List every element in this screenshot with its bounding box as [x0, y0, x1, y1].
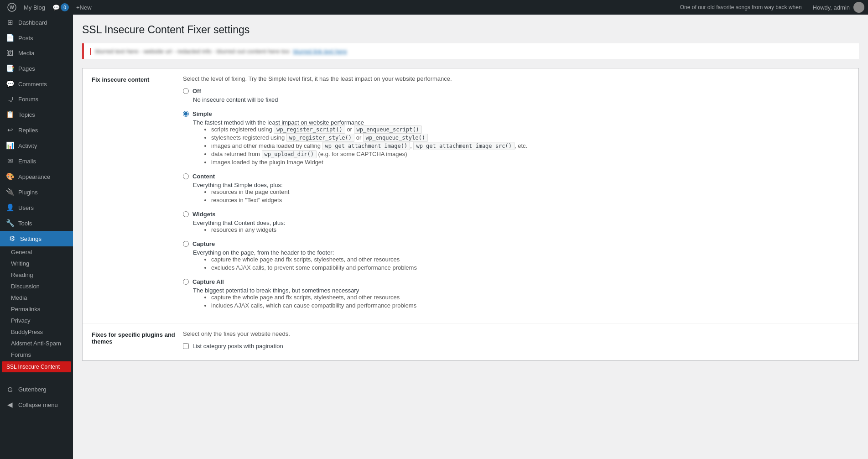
comments-count: 0	[61, 3, 69, 11]
sidebar-label-settings: Settings	[20, 235, 42, 242]
option-capture-all: Capture All The biggest potential to bre…	[183, 278, 849, 309]
sidebar-label-posts: Posts	[18, 35, 33, 42]
sidebar-item-gutenberg[interactable]: G Gutenberg	[0, 382, 73, 397]
sidebar-item-settings[interactable]: ⚙ Settings	[0, 231, 73, 246]
comments-item[interactable]: 💬 0	[49, 0, 73, 15]
site-name-item[interactable]: My Blog	[20, 0, 49, 15]
page-title: SSL Insecure Content Fixer settings	[82, 24, 859, 36]
radio-capture-all[interactable]	[183, 279, 189, 285]
avatar[interactable]	[853, 2, 864, 13]
option-simple: Simple The fastest method with the least…	[183, 110, 849, 166]
option-widgets-label[interactable]: Widgets	[183, 211, 849, 218]
sub-permalinks[interactable]: Permalinks	[0, 303, 73, 315]
dashboard-icon: ⊞	[5, 18, 15, 26]
forums-icon: 🗨	[5, 95, 15, 103]
list-item: images and other media loaded by calling…	[211, 142, 849, 149]
list-item: resources in the page content	[211, 188, 849, 195]
list-item: stylesheets registered using wp_register…	[211, 134, 849, 141]
sidebar-item-users[interactable]: 👤 Users	[0, 200, 73, 215]
sidebar-item-comments[interactable]: 💬 Comments	[0, 76, 73, 92]
admin-bar-notice: One of our old favorite songs from way b…	[680, 4, 802, 10]
new-item[interactable]: + New	[73, 0, 95, 15]
sidebar-item-topics[interactable]: 📋 Topics	[0, 107, 73, 122]
posts-icon: 📄	[5, 34, 15, 42]
sub-writing[interactable]: Writing	[0, 258, 73, 269]
option-widgets-list: resources in any widgets	[203, 226, 849, 233]
sub-media[interactable]: Media	[0, 292, 73, 303]
sidebar-label-appearance: Appearance	[18, 173, 50, 180]
sidebar-label-tools: Tools	[18, 220, 32, 227]
sidebar-item-dashboard[interactable]: ⊞ Dashboard	[0, 15, 73, 30]
activity-icon: 📊	[5, 141, 15, 150]
option-simple-desc: The fastest method with the least impact…	[193, 119, 849, 166]
sub-ssl[interactable]: SSL Insecure Content	[2, 361, 71, 372]
sub-reading[interactable]: Reading	[0, 269, 73, 281]
layout: ⊞ Dashboard 📄 Posts 🖼 Media 📑 Pages 💬 Co…	[0, 15, 868, 459]
fixes-body: Select only the fixes your website needs…	[183, 330, 849, 353]
option-content: Content Everything that Simple does, plu…	[183, 173, 849, 203]
radio-content[interactable]	[183, 173, 189, 179]
sidebar-item-posts[interactable]: 📄 Posts	[0, 30, 73, 46]
sidebar-collapse[interactable]: ◀ Collapse menu	[0, 397, 73, 412]
option-capture-label[interactable]: Capture	[183, 240, 849, 247]
sidebar-item-replies[interactable]: ↩ Replies	[0, 122, 73, 138]
option-content-label[interactable]: Content	[183, 173, 849, 180]
notice-blurred-text: blurred text here - website url - redact…	[95, 48, 289, 55]
sidebar-label-activity: Activity	[18, 142, 37, 149]
option-capture-all-desc: The biggest potential to break things, b…	[193, 287, 849, 309]
sidebar-item-emails[interactable]: ✉ Emails	[0, 153, 73, 169]
fixes-label: Fixes for specific plugins and themes	[92, 330, 183, 353]
sidebar-item-media[interactable]: 🖼 Media	[0, 46, 73, 61]
option-capture-all-label[interactable]: Capture All	[183, 278, 849, 285]
sidebar-item-activity[interactable]: 📊 Activity	[0, 138, 73, 153]
sidebar-item-appearance[interactable]: 🎨 Appearance	[0, 169, 73, 184]
option-capture-all-text: Capture All	[192, 278, 224, 285]
wp-logo-icon: W	[7, 3, 16, 12]
sidebar-item-forums[interactable]: 🗨 Forums	[0, 92, 73, 107]
sidebar-label-replies: Replies	[18, 127, 38, 134]
sub-forums[interactable]: Forums	[0, 349, 73, 360]
radio-off[interactable]	[183, 88, 189, 94]
sidebar-label-gutenberg: Gutenberg	[18, 386, 46, 393]
sub-privacy[interactable]: Privacy	[0, 315, 73, 326]
sub-buddypress[interactable]: BuddyPress	[0, 326, 73, 338]
tools-icon: 🔧	[5, 219, 15, 227]
fix-list-category-checkbox[interactable]	[183, 343, 189, 349]
plugins-icon: 🔌	[5, 188, 15, 196]
notice-indicator: |	[89, 47, 91, 55]
fix-list-category-option[interactable]: List category posts with pagination	[183, 343, 849, 349]
list-item: capture the whole page and fix scripts, …	[211, 256, 849, 263]
radio-simple[interactable]	[183, 111, 189, 117]
radio-capture[interactable]	[183, 241, 189, 247]
sidebar-item-tools[interactable]: 🔧 Tools	[0, 215, 73, 231]
option-capture-list: capture the whole page and fix scripts, …	[203, 256, 849, 271]
sub-akismet[interactable]: Akismet Anti-Spam	[0, 338, 73, 349]
option-off: Off No insecure content will be fixed	[183, 88, 849, 103]
option-widgets: Widgets Everything that Content does, pl…	[183, 211, 849, 233]
option-off-label[interactable]: Off	[183, 88, 849, 94]
list-item: resources in any widgets	[211, 226, 849, 233]
radio-widgets[interactable]	[183, 211, 189, 217]
sidebar-item-pages[interactable]: 📑 Pages	[0, 61, 73, 76]
topics-icon: 📋	[5, 110, 15, 119]
option-simple-text: Simple	[192, 110, 212, 117]
sub-discussion[interactable]: Discussion	[0, 281, 73, 292]
sidebar-item-plugins[interactable]: 🔌 Plugins	[0, 184, 73, 200]
fix-insecure-body: Select the level of fixing. Try the Simp…	[183, 75, 849, 316]
option-off-desc: No insecure content will be fixed	[193, 96, 849, 103]
option-content-list: resources in the page content resources …	[203, 188, 849, 203]
sidebar-label-pages: Pages	[18, 65, 35, 72]
settings-wrapper: Fix insecure content Select the level of…	[82, 68, 859, 361]
option-capture-all-list: capture the whole page and fix scripts, …	[203, 294, 849, 309]
option-widgets-desc: Everything that Content does, plus: reso…	[193, 219, 849, 233]
wp-logo-item[interactable]: W	[4, 0, 20, 15]
sidebar-label-plugins: Plugins	[18, 189, 38, 196]
option-capture-desc: Everything on the page, from the header …	[193, 249, 849, 271]
sidebar-label-topics: Topics	[18, 111, 35, 118]
fix-insecure-desc: Select the level of fixing. Try the Simp…	[183, 75, 849, 82]
notice-link-text[interactable]: blurred link text here	[293, 48, 347, 55]
option-simple-label[interactable]: Simple	[183, 110, 849, 117]
sub-general[interactable]: General	[0, 246, 73, 258]
fix-list-category-label: List category posts with pagination	[192, 343, 283, 349]
list-item: images loaded by the plugin Image Widget	[211, 159, 849, 166]
